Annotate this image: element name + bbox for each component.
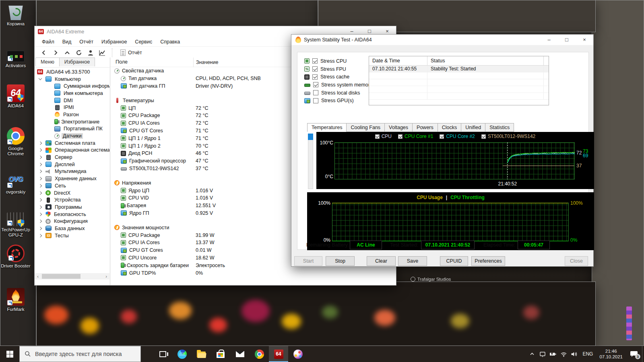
tree-expander[interactable] bbox=[37, 177, 43, 180]
tab-voltages[interactable]: Voltages bbox=[384, 123, 413, 132]
tree-horizontal-scrollbar[interactable]: ‹ › bbox=[35, 273, 109, 280]
expander-collapsed-icon[interactable] bbox=[39, 206, 42, 209]
tree-expander[interactable] bbox=[37, 78, 43, 80]
expander-collapsed-icon[interactable] bbox=[39, 184, 42, 187]
tray-chevron-up-icon[interactable] bbox=[527, 346, 537, 362]
expander-expanded-icon[interactable] bbox=[39, 77, 42, 80]
legend-checkbox[interactable] bbox=[440, 134, 444, 139]
tree-item-computer[interactable]: DMI bbox=[35, 97, 109, 104]
search-input[interactable]: Введите здесь текст для поиска bbox=[19, 346, 141, 362]
scrollbar-thumb[interactable] bbox=[42, 274, 80, 279]
expander-collapsed-icon[interactable] bbox=[39, 198, 42, 202]
tab-меню[interactable]: Меню bbox=[35, 58, 60, 66]
sensor-row[interactable]: GPU TDP%0% bbox=[110, 269, 396, 277]
tab-избранное[interactable]: Избранное bbox=[59, 58, 95, 66]
scroll-right-icon[interactable]: › bbox=[103, 273, 109, 280]
tree-expander[interactable] bbox=[37, 234, 43, 237]
tree-expander[interactable] bbox=[37, 227, 43, 230]
show-desktop-button[interactable] bbox=[642, 346, 644, 362]
tree-expander[interactable] bbox=[37, 213, 43, 216]
sst-close-button[interactable]: × bbox=[576, 35, 593, 45]
tree-item-computer[interactable]: Имя компьютера bbox=[35, 90, 109, 97]
refresh-icon[interactable] bbox=[74, 48, 84, 58]
desktop-icon-recycle-bin[interactable]: Корзина bbox=[1, 2, 31, 27]
expander-collapsed-icon[interactable] bbox=[39, 156, 42, 159]
tree-item-computer[interactable]: Компьютер bbox=[35, 76, 109, 83]
start-button[interactable]: Start bbox=[294, 256, 322, 266]
cpuid-button[interactable]: CPUID bbox=[440, 256, 468, 266]
tree-expander[interactable] bbox=[37, 170, 43, 173]
save-button[interactable]: Save bbox=[398, 256, 427, 266]
checkbox-stress-cpu[interactable] bbox=[312, 58, 318, 64]
sst-maximize-button[interactable]: □ bbox=[558, 35, 576, 45]
menu-item-файл[interactable]: Файл bbox=[38, 39, 58, 45]
clock[interactable]: 21:46 07.10.2021 bbox=[596, 348, 626, 360]
tree-item-config[interactable]: Конфигурация bbox=[35, 218, 109, 225]
expander-collapsed-icon[interactable] bbox=[39, 148, 42, 152]
tree-item-storage[interactable]: Хранение данных bbox=[35, 175, 109, 182]
scroll-left-icon[interactable]: ‹ bbox=[35, 273, 41, 280]
menu-item-справка[interactable]: Справка bbox=[156, 39, 184, 45]
expander-collapsed-icon[interactable] bbox=[39, 141, 42, 144]
checkbox-stress-local-disks[interactable] bbox=[313, 90, 318, 95]
expander-collapsed-icon[interactable] bbox=[39, 212, 42, 216]
tree-item-device[interactable]: Устройства bbox=[35, 196, 109, 204]
chart-zoom-slider[interactable] bbox=[308, 134, 313, 189]
tree-item-gauge[interactable]: Датчики bbox=[35, 132, 109, 140]
tree-item-computer[interactable]: Суммарная информация bbox=[35, 82, 109, 90]
tray-tablet-icon[interactable] bbox=[537, 346, 548, 362]
clear-button[interactable]: Clear bbox=[367, 256, 396, 266]
tree-expander[interactable] bbox=[37, 220, 43, 222]
tray-wifi-icon[interactable] bbox=[558, 346, 569, 362]
checkbox-stress-fpu[interactable] bbox=[312, 66, 318, 72]
tab-statistics[interactable]: Statistics bbox=[485, 123, 514, 132]
tree-item-windows[interactable]: Операционная система bbox=[35, 147, 109, 154]
tree-item-database[interactable]: База данных bbox=[35, 225, 109, 232]
taskbar-task-view[interactable] bbox=[153, 346, 172, 362]
checkbox-stress-gpu-s-[interactable] bbox=[313, 98, 318, 103]
taskbar-store[interactable] bbox=[211, 346, 230, 362]
tree-expander[interactable] bbox=[37, 163, 43, 166]
desktop-icon-driver-booster[interactable]: Driver Booster bbox=[1, 245, 31, 269]
close-button[interactable]: Close bbox=[565, 256, 588, 266]
expander-collapsed-icon[interactable] bbox=[39, 227, 42, 230]
start-button[interactable] bbox=[0, 346, 19, 362]
tree-expander[interactable] bbox=[37, 142, 43, 144]
menu-item-вид[interactable]: Вид bbox=[58, 39, 76, 45]
tree-expander[interactable] bbox=[37, 206, 43, 208]
user-icon[interactable] bbox=[85, 48, 95, 58]
tree-expander[interactable] bbox=[37, 192, 43, 194]
tree-expander[interactable] bbox=[37, 156, 43, 158]
expander-collapsed-icon[interactable] bbox=[39, 163, 42, 166]
tree-expander[interactable] bbox=[37, 185, 43, 187]
expander-collapsed-icon[interactable] bbox=[39, 191, 42, 194]
slider-thumb[interactable] bbox=[308, 134, 313, 140]
tray-battery-icon[interactable] bbox=[548, 346, 558, 362]
tab-temperatures[interactable]: Temperatures bbox=[307, 123, 347, 132]
tree-item-network[interactable]: Сеть bbox=[35, 182, 109, 189]
tree-item-root[interactable]: AIDA64 v6.33.5700 bbox=[35, 68, 109, 76]
tree-item-tests[interactable]: Тесты bbox=[35, 232, 109, 239]
sst-titlebar[interactable]: System Stability Test - AIDA64 – □ × bbox=[291, 35, 593, 45]
tree-item-battery[interactable]: Электропитание bbox=[35, 118, 109, 125]
tab-unified[interactable]: Unified bbox=[461, 123, 485, 132]
tree-item-server[interactable]: Сервер bbox=[35, 154, 109, 161]
forward-icon[interactable] bbox=[50, 48, 60, 58]
stop-button[interactable]: Stop bbox=[326, 256, 355, 266]
report-button[interactable]: Отчёт bbox=[117, 48, 145, 58]
back-icon[interactable] bbox=[39, 48, 49, 58]
desktop-icon-aida64[interactable]: AIDA64 bbox=[1, 84, 31, 109]
menu-item-сервис[interactable]: Сервис bbox=[131, 39, 156, 45]
tree-item-display[interactable]: Дисплей bbox=[35, 161, 109, 168]
tree-item-security[interactable]: Безопасность bbox=[35, 211, 109, 218]
desktop-icon-ovgorskiy[interactable]: ovgorskiy bbox=[1, 171, 31, 195]
expander-collapsed-icon[interactable] bbox=[39, 234, 42, 237]
expander-collapsed-icon[interactable] bbox=[39, 220, 42, 223]
desktop-icon-furmark[interactable]: FurMark bbox=[1, 288, 31, 312]
tree-item-laptop[interactable]: Портативный ПК bbox=[35, 125, 109, 133]
tree-item-server[interactable]: IPMI bbox=[35, 104, 109, 111]
tree-expander[interactable] bbox=[37, 149, 43, 151]
taskbar-aida64[interactable] bbox=[269, 346, 288, 362]
legend-checkbox[interactable] bbox=[375, 134, 380, 139]
menu-item-отчёт[interactable]: Отчёт bbox=[75, 39, 97, 45]
